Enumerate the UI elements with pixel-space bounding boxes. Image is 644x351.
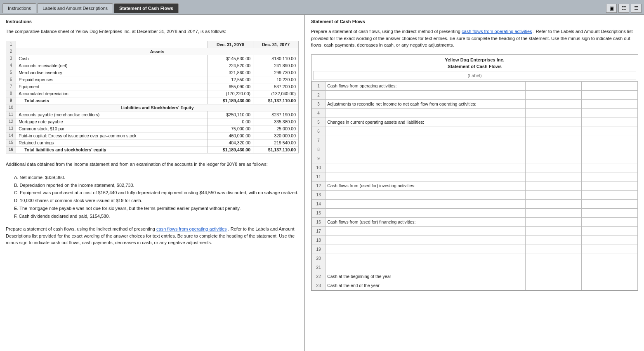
company-name: Yellow Dog Enterprises Inc. (311, 54, 638, 63)
cf-input-col1[interactable] (527, 174, 580, 179)
cf-table-row: 16Cash flows from (used for) financing a… (312, 217, 638, 226)
table-row: 6Prepaid expenses12,550.0010,220.00 (6, 76, 299, 83)
cf-desc-input[interactable] (327, 138, 523, 143)
cf-input-col1[interactable] (527, 219, 580, 224)
cf-input-col2[interactable] (583, 229, 636, 233)
additional-list: A. Net income, $339,360.B. Depreciation … (6, 174, 299, 220)
cf-input-col1[interactable] (527, 92, 580, 97)
cf-desc-input[interactable] (327, 165, 523, 170)
table-row: 8Accumulated depreciation(170,220.00)(13… (6, 90, 299, 97)
statement-title: Statement of Cash Flows (311, 63, 638, 70)
cf-input-col1[interactable] (527, 283, 580, 288)
cf-input-col2[interactable] (583, 101, 636, 106)
tab-icon-group: ▣ ☷ ☰ (606, 4, 642, 13)
list-item: D. 10,000 shares of common stock were is… (14, 197, 299, 205)
cf-desc-input[interactable] (327, 210, 523, 215)
right-instr-link[interactable]: cash flows from operating activities (462, 29, 532, 34)
cf-input-col2[interactable] (583, 183, 636, 188)
intro-text: The comparative balance sheet of Yellow … (6, 28, 299, 35)
cf-desc-input[interactable] (327, 229, 523, 233)
table-row: 16Total liabilities and stockholders' eq… (6, 146, 299, 153)
cf-input-col2[interactable] (583, 274, 636, 279)
cf-input-col1[interactable] (527, 274, 580, 279)
cf-table-row: 17 (312, 226, 638, 236)
table-row: 4Accounts receivable (net)224,520.00241,… (6, 62, 299, 69)
cf-input-col2[interactable] (583, 92, 636, 97)
cf-desc-input[interactable] (327, 238, 523, 243)
cf-input-col2[interactable] (583, 147, 636, 152)
cf-input-col2[interactable] (583, 201, 636, 206)
cf-input-col2[interactable] (583, 111, 636, 115)
cf-input-col1[interactable] (527, 210, 580, 215)
cf-input-col1[interactable] (527, 120, 580, 125)
label-input[interactable] (313, 71, 636, 80)
cf-input-col2[interactable] (583, 219, 636, 224)
cf-input-col2[interactable] (583, 129, 636, 134)
list-item: A. Net income, $339,360. (14, 174, 299, 181)
cf-input-col1[interactable] (527, 129, 580, 134)
cf-input-col1[interactable] (527, 256, 580, 261)
cf-input-col1[interactable] (527, 265, 580, 270)
table-row: 14Paid-in capital: Excess of issue price… (6, 132, 299, 139)
cf-desc-input[interactable] (327, 156, 523, 161)
footer-text-1: Prepare a statement of cash flows, using… (6, 226, 155, 231)
tab-labels[interactable]: Labels and Amount Descriptions (37, 3, 113, 13)
table-row: 15Retained earnings404,320.00219,540.00 (6, 139, 299, 146)
icon-btn-3[interactable]: ☰ (631, 4, 642, 13)
cf-input-col1[interactable] (527, 229, 580, 233)
list-item: C. Equipment was purchased at a cost of … (14, 189, 299, 197)
icon-btn-2[interactable]: ☷ (618, 4, 629, 13)
cf-desc-input[interactable] (327, 247, 523, 252)
cf-input-col2[interactable] (583, 174, 636, 179)
cf-table-row: 11 (312, 172, 638, 181)
cf-input-col2[interactable] (583, 247, 636, 252)
cf-input-col2[interactable] (583, 238, 636, 243)
footer-link[interactable]: cash flows from operating activities (156, 226, 227, 231)
cf-table-row: 14 (312, 199, 638, 208)
main-content: Instructions The comparative balance she… (0, 15, 644, 351)
cf-desc-input[interactable] (327, 201, 523, 206)
cf-input-col1[interactable] (527, 247, 580, 252)
cf-desc-input[interactable] (327, 92, 523, 97)
cf-input-col1[interactable] (527, 165, 580, 170)
cf-table-row: 20 (312, 254, 638, 263)
right-instr-1: Prepare a statement of cash flows, using… (311, 29, 460, 34)
cf-input-col2[interactable] (583, 265, 636, 270)
cf-input-col2[interactable] (583, 192, 636, 197)
cf-desc-input[interactable] (327, 147, 523, 152)
left-panel: Instructions The comparative balance she… (0, 15, 305, 351)
cf-input-col2[interactable] (583, 283, 636, 288)
cf-input-col1[interactable] (527, 111, 580, 115)
cf-desc-input[interactable] (327, 265, 523, 270)
list-item: B. Depreciation reported on the income s… (14, 181, 299, 189)
cf-input-col1[interactable] (527, 156, 580, 161)
cf-input-col1[interactable] (527, 183, 580, 188)
cf-input-col2[interactable] (583, 165, 636, 170)
cf-input-col1[interactable] (527, 192, 580, 197)
cf-table-row: 7 (312, 136, 638, 145)
cf-input-col1[interactable] (527, 201, 580, 206)
table-row: 2Assets (6, 48, 299, 55)
cf-input-col2[interactable] (583, 210, 636, 215)
cf-input-col2[interactable] (583, 156, 636, 161)
cf-desc-input[interactable] (327, 174, 523, 179)
tab-cashflows[interactable]: Statement of Cash Flows (114, 3, 179, 13)
cf-desc-input[interactable] (327, 256, 523, 261)
cf-input-col1[interactable] (527, 101, 580, 106)
cf-input-col1[interactable] (527, 83, 580, 88)
cf-input-col1[interactable] (527, 138, 580, 143)
additional-title: Additional data obtained from the income… (6, 161, 299, 168)
cf-input-col2[interactable] (583, 83, 636, 88)
list-item: F. Cash dividends declared and paid, $15… (14, 212, 299, 220)
cf-desc-input[interactable] (327, 111, 523, 115)
cf-input-col1[interactable] (527, 238, 580, 243)
cf-input-col2[interactable] (583, 256, 636, 261)
icon-btn-1[interactable]: ▣ (606, 4, 617, 13)
cf-input-col2[interactable] (583, 120, 636, 125)
table-row: 10Liabilities and Stockholders' Equity (6, 104, 299, 111)
cf-input-col1[interactable] (527, 147, 580, 152)
cf-input-col2[interactable] (583, 138, 636, 143)
tab-instructions[interactable]: Instructions (2, 3, 36, 13)
cf-desc-input[interactable] (327, 129, 523, 134)
cf-desc-input[interactable] (327, 192, 523, 197)
